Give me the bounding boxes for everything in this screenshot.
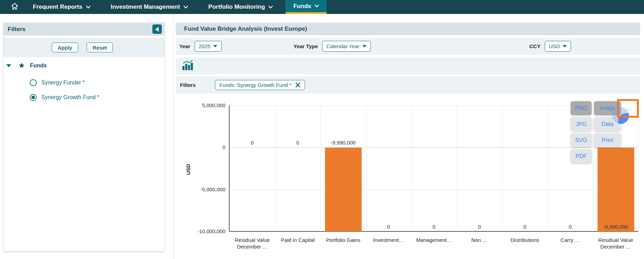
column-separator [457, 105, 457, 231]
x-axis-label: Portfolio Gains [319, 237, 368, 243]
export-svg-button[interactable]: SVG [571, 133, 592, 147]
data-label: -9,990,000 [593, 224, 638, 230]
bar-portfolio-gains[interactable] [325, 148, 362, 231]
y-axis-title: USD [185, 156, 191, 184]
y-tick-label: 5,000,000 [175, 102, 225, 108]
x-axis-label: Distributions [500, 237, 549, 243]
data-label: 0 [548, 224, 593, 230]
data-label: 0 [366, 224, 411, 230]
y-tick-label: 0 [175, 144, 225, 150]
data-label: 0 [502, 224, 548, 230]
data-label: -9,990,000 [320, 140, 366, 146]
app-window: Frequent ReportsInvestment ManagementPor… [0, 0, 644, 259]
column-separator [275, 105, 275, 231]
column-separator [502, 105, 502, 231]
target-highlight-box [617, 99, 639, 118]
x-axis-label: Management… [410, 237, 458, 243]
gridline [230, 147, 638, 148]
x-axis-label: Investment… [364, 237, 413, 243]
data-label: 0 [457, 224, 502, 230]
x-axis-label: Residual Value December … [228, 237, 277, 250]
y-axis-line [229, 105, 230, 231]
export-pdf-button[interactable]: PDF [571, 149, 592, 163]
column-separator [548, 105, 548, 231]
export-print-button[interactable]: Print [594, 133, 621, 147]
data-label: 0 [230, 140, 275, 146]
data-label: 0 [411, 224, 457, 230]
column-separator [593, 105, 593, 231]
x-axis-line [230, 231, 638, 232]
column-separator [411, 105, 412, 231]
data-label: 0 [275, 140, 320, 146]
x-axis-label: Residual Value December … [591, 237, 640, 250]
x-axis-label: Non … [455, 237, 504, 243]
export-jpg-button[interactable]: JPG [571, 117, 592, 131]
bar-residual-value-december[interactable] [598, 148, 634, 231]
export-png-button[interactable]: PNG [571, 101, 592, 115]
x-axis-label: Paid in Capital [273, 237, 322, 243]
gridline [230, 190, 638, 190]
y-tick-label: -10,000,000 [175, 228, 225, 234]
column-separator [638, 105, 639, 231]
x-axis-label: Carry … [546, 237, 595, 243]
y-tick-label: -5,000,000 [175, 186, 225, 192]
column-separator [366, 105, 366, 231]
bridge-chart: 5,000,0000-5,000,000-10,000,000USD0Resid… [0, 0, 644, 259]
column-separator [320, 105, 321, 231]
